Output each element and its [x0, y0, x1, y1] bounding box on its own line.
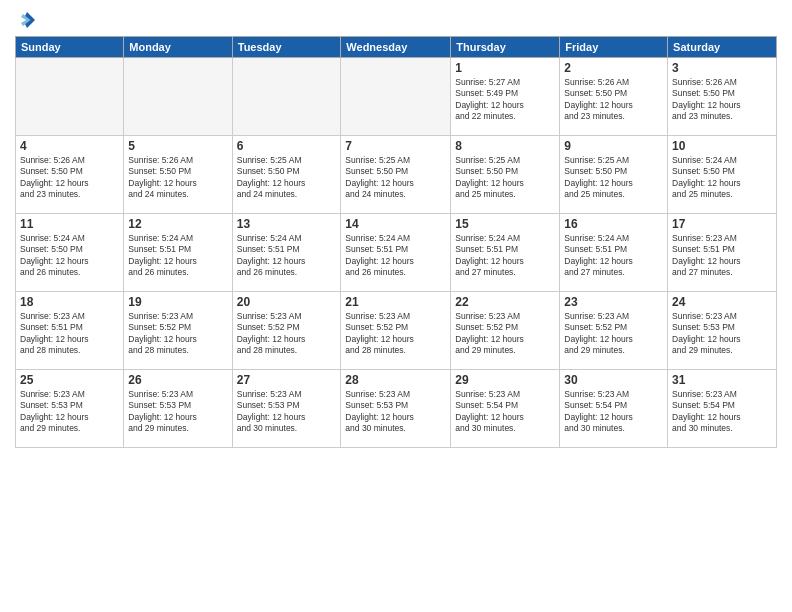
- day-info: Sunrise: 5:26 AM Sunset: 5:50 PM Dayligh…: [128, 155, 227, 201]
- calendar-cell: 21Sunrise: 5:23 AM Sunset: 5:52 PM Dayli…: [341, 292, 451, 370]
- day-info: Sunrise: 5:23 AM Sunset: 5:53 PM Dayligh…: [128, 389, 227, 435]
- calendar-cell: 7Sunrise: 5:25 AM Sunset: 5:50 PM Daylig…: [341, 136, 451, 214]
- day-number: 14: [345, 217, 446, 231]
- calendar-cell: 25Sunrise: 5:23 AM Sunset: 5:53 PM Dayli…: [16, 370, 124, 448]
- weekday-header-saturday: Saturday: [668, 37, 777, 58]
- calendar-cell: 28Sunrise: 5:23 AM Sunset: 5:53 PM Dayli…: [341, 370, 451, 448]
- day-number: 29: [455, 373, 555, 387]
- day-number: 16: [564, 217, 663, 231]
- day-number: 1: [455, 61, 555, 75]
- day-info: Sunrise: 5:23 AM Sunset: 5:53 PM Dayligh…: [345, 389, 446, 435]
- day-number: 20: [237, 295, 337, 309]
- day-info: Sunrise: 5:23 AM Sunset: 5:53 PM Dayligh…: [237, 389, 337, 435]
- day-number: 12: [128, 217, 227, 231]
- calendar-cell: 16Sunrise: 5:24 AM Sunset: 5:51 PM Dayli…: [560, 214, 668, 292]
- header: [15, 10, 777, 30]
- calendar-cell: 29Sunrise: 5:23 AM Sunset: 5:54 PM Dayli…: [451, 370, 560, 448]
- day-number: 22: [455, 295, 555, 309]
- calendar-cell: 6Sunrise: 5:25 AM Sunset: 5:50 PM Daylig…: [232, 136, 341, 214]
- day-info: Sunrise: 5:25 AM Sunset: 5:50 PM Dayligh…: [345, 155, 446, 201]
- day-info: Sunrise: 5:24 AM Sunset: 5:50 PM Dayligh…: [20, 233, 119, 279]
- calendar-cell: 5Sunrise: 5:26 AM Sunset: 5:50 PM Daylig…: [124, 136, 232, 214]
- day-number: 13: [237, 217, 337, 231]
- day-info: Sunrise: 5:24 AM Sunset: 5:50 PM Dayligh…: [672, 155, 772, 201]
- weekday-header-thursday: Thursday: [451, 37, 560, 58]
- day-number: 18: [20, 295, 119, 309]
- week-row-4: 18Sunrise: 5:23 AM Sunset: 5:51 PM Dayli…: [16, 292, 777, 370]
- day-info: Sunrise: 5:23 AM Sunset: 5:52 PM Dayligh…: [564, 311, 663, 357]
- calendar-table: SundayMondayTuesdayWednesdayThursdayFrid…: [15, 36, 777, 448]
- day-info: Sunrise: 5:25 AM Sunset: 5:50 PM Dayligh…: [237, 155, 337, 201]
- day-info: Sunrise: 5:23 AM Sunset: 5:53 PM Dayligh…: [20, 389, 119, 435]
- calendar-cell: 2Sunrise: 5:26 AM Sunset: 5:50 PM Daylig…: [560, 58, 668, 136]
- day-info: Sunrise: 5:25 AM Sunset: 5:50 PM Dayligh…: [455, 155, 555, 201]
- calendar-cell: [232, 58, 341, 136]
- day-number: 31: [672, 373, 772, 387]
- day-info: Sunrise: 5:26 AM Sunset: 5:50 PM Dayligh…: [672, 77, 772, 123]
- day-info: Sunrise: 5:23 AM Sunset: 5:54 PM Dayligh…: [455, 389, 555, 435]
- calendar-cell: [124, 58, 232, 136]
- day-number: 17: [672, 217, 772, 231]
- calendar-cell: 3Sunrise: 5:26 AM Sunset: 5:50 PM Daylig…: [668, 58, 777, 136]
- day-number: 11: [20, 217, 119, 231]
- day-info: Sunrise: 5:23 AM Sunset: 5:54 PM Dayligh…: [672, 389, 772, 435]
- day-info: Sunrise: 5:24 AM Sunset: 5:51 PM Dayligh…: [128, 233, 227, 279]
- calendar-cell: 26Sunrise: 5:23 AM Sunset: 5:53 PM Dayli…: [124, 370, 232, 448]
- day-info: Sunrise: 5:24 AM Sunset: 5:51 PM Dayligh…: [455, 233, 555, 279]
- week-row-3: 11Sunrise: 5:24 AM Sunset: 5:50 PM Dayli…: [16, 214, 777, 292]
- day-number: 21: [345, 295, 446, 309]
- calendar-cell: 18Sunrise: 5:23 AM Sunset: 5:51 PM Dayli…: [16, 292, 124, 370]
- day-info: Sunrise: 5:25 AM Sunset: 5:50 PM Dayligh…: [564, 155, 663, 201]
- day-number: 2: [564, 61, 663, 75]
- week-row-1: 1Sunrise: 5:27 AM Sunset: 5:49 PM Daylig…: [16, 58, 777, 136]
- week-row-2: 4Sunrise: 5:26 AM Sunset: 5:50 PM Daylig…: [16, 136, 777, 214]
- day-number: 3: [672, 61, 772, 75]
- day-number: 8: [455, 139, 555, 153]
- day-info: Sunrise: 5:24 AM Sunset: 5:51 PM Dayligh…: [345, 233, 446, 279]
- calendar-cell: 11Sunrise: 5:24 AM Sunset: 5:50 PM Dayli…: [16, 214, 124, 292]
- day-number: 6: [237, 139, 337, 153]
- calendar-cell: 8Sunrise: 5:25 AM Sunset: 5:50 PM Daylig…: [451, 136, 560, 214]
- day-number: 7: [345, 139, 446, 153]
- day-info: Sunrise: 5:23 AM Sunset: 5:54 PM Dayligh…: [564, 389, 663, 435]
- day-number: 4: [20, 139, 119, 153]
- day-number: 23: [564, 295, 663, 309]
- calendar-cell: 22Sunrise: 5:23 AM Sunset: 5:52 PM Dayli…: [451, 292, 560, 370]
- calendar-cell: 9Sunrise: 5:25 AM Sunset: 5:50 PM Daylig…: [560, 136, 668, 214]
- day-info: Sunrise: 5:23 AM Sunset: 5:51 PM Dayligh…: [20, 311, 119, 357]
- day-number: 19: [128, 295, 227, 309]
- day-info: Sunrise: 5:26 AM Sunset: 5:50 PM Dayligh…: [564, 77, 663, 123]
- weekday-header-wednesday: Wednesday: [341, 37, 451, 58]
- day-number: 24: [672, 295, 772, 309]
- day-number: 25: [20, 373, 119, 387]
- calendar-cell: 20Sunrise: 5:23 AM Sunset: 5:52 PM Dayli…: [232, 292, 341, 370]
- weekday-header-sunday: Sunday: [16, 37, 124, 58]
- calendar-cell: [16, 58, 124, 136]
- day-info: Sunrise: 5:24 AM Sunset: 5:51 PM Dayligh…: [564, 233, 663, 279]
- day-number: 9: [564, 139, 663, 153]
- calendar-cell: 15Sunrise: 5:24 AM Sunset: 5:51 PM Dayli…: [451, 214, 560, 292]
- calendar-cell: 10Sunrise: 5:24 AM Sunset: 5:50 PM Dayli…: [668, 136, 777, 214]
- day-number: 15: [455, 217, 555, 231]
- calendar-cell: 24Sunrise: 5:23 AM Sunset: 5:53 PM Dayli…: [668, 292, 777, 370]
- page: SundayMondayTuesdayWednesdayThursdayFrid…: [0, 0, 792, 612]
- weekday-header-friday: Friday: [560, 37, 668, 58]
- day-info: Sunrise: 5:23 AM Sunset: 5:52 PM Dayligh…: [237, 311, 337, 357]
- day-number: 30: [564, 373, 663, 387]
- logo-area: [15, 10, 37, 30]
- day-number: 27: [237, 373, 337, 387]
- calendar-cell: 23Sunrise: 5:23 AM Sunset: 5:52 PM Dayli…: [560, 292, 668, 370]
- day-info: Sunrise: 5:27 AM Sunset: 5:49 PM Dayligh…: [455, 77, 555, 123]
- day-number: 28: [345, 373, 446, 387]
- day-info: Sunrise: 5:23 AM Sunset: 5:52 PM Dayligh…: [455, 311, 555, 357]
- calendar-cell: 27Sunrise: 5:23 AM Sunset: 5:53 PM Dayli…: [232, 370, 341, 448]
- day-info: Sunrise: 5:26 AM Sunset: 5:50 PM Dayligh…: [20, 155, 119, 201]
- calendar-cell: 12Sunrise: 5:24 AM Sunset: 5:51 PM Dayli…: [124, 214, 232, 292]
- weekday-header-tuesday: Tuesday: [232, 37, 341, 58]
- day-number: 10: [672, 139, 772, 153]
- calendar-cell: 1Sunrise: 5:27 AM Sunset: 5:49 PM Daylig…: [451, 58, 560, 136]
- calendar-cell: 30Sunrise: 5:23 AM Sunset: 5:54 PM Dayli…: [560, 370, 668, 448]
- day-info: Sunrise: 5:23 AM Sunset: 5:52 PM Dayligh…: [345, 311, 446, 357]
- calendar-cell: 13Sunrise: 5:24 AM Sunset: 5:51 PM Dayli…: [232, 214, 341, 292]
- weekday-header-row: SundayMondayTuesdayWednesdayThursdayFrid…: [16, 37, 777, 58]
